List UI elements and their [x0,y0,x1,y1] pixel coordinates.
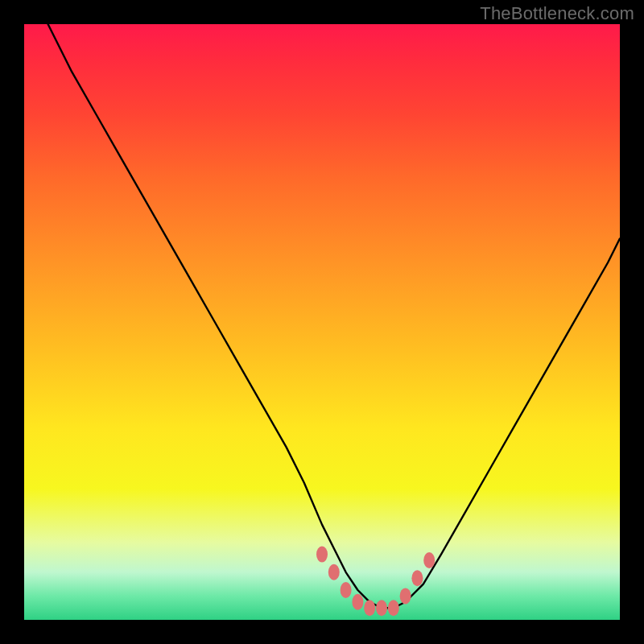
curve-marker [352,594,363,610]
curve-marker [411,570,423,586]
chart-frame: TheBottleneck.com [0,0,644,644]
chart-plot-area [24,24,620,620]
curve-marker [388,600,399,616]
curve-marker [400,588,411,604]
watermark-text: TheBottleneck.com [480,3,634,24]
bottleneck-curve [48,24,620,608]
curve-marker [328,564,340,580]
curve-marker [341,582,352,598]
curve-marker [316,547,328,563]
curve-marker [364,600,375,616]
curve-marker [376,600,387,616]
chart-svg [24,24,620,620]
curve-marker [423,552,435,568]
